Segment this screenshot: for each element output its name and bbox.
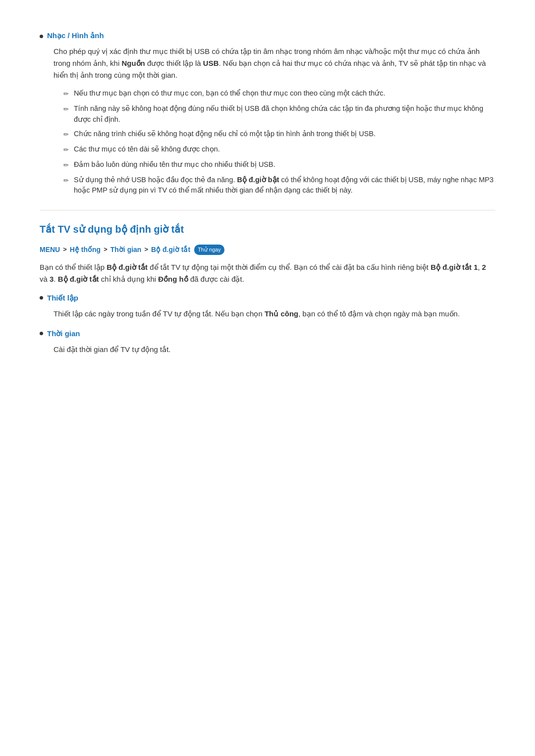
note-text-1: Nếu thư mục bạn chọn có thư mục con, bạn… bbox=[74, 88, 495, 99]
breadcrumb-thoi-gian: Thời gian bbox=[110, 244, 142, 255]
breadcrumb-menu: MENU bbox=[40, 244, 60, 255]
pencil-icon-2: ✏ bbox=[63, 104, 69, 115]
breadcrumb: MENU > Hệ thống > Thời gian > Bộ đ.giờ t… bbox=[40, 244, 495, 255]
note-item-2: ✏ Tính năng này sẽ không hoạt động đúng … bbox=[63, 103, 495, 125]
note-text-5: Đảm bảo luôn dùng nhiều tên thư mục cho … bbox=[74, 159, 495, 170]
thoi-gian-title: Thời gian bbox=[47, 328, 80, 340]
thoi-gian-header: Thời gian bbox=[40, 328, 495, 340]
note-text-2: Tính năng này sẽ không hoạt động đúng nế… bbox=[74, 103, 495, 125]
thoi-gian-dot bbox=[40, 332, 43, 335]
sub-bullet-thiet-lap: Thiết lập Thiết lập các ngày trong tuần … bbox=[40, 292, 495, 320]
nhac-note-list: ✏ Nếu thư mục bạn chọn có thư mục con, b… bbox=[63, 88, 495, 196]
thoi-gian-body: Cài đặt thời gian để TV tự động tắt. bbox=[54, 344, 495, 355]
breadcrumb-badge: Thử ngay bbox=[194, 245, 224, 255]
note-item-3: ✏ Chức năng trình chiếu sẽ không hoạt độ… bbox=[63, 129, 495, 140]
section-nhac-hinh-anh: Nhạc / Hình ảnh Cho phép quý vị xác định… bbox=[40, 30, 495, 196]
note-text-4: Các thư mục có tên dài sẽ không được chọ… bbox=[74, 144, 495, 155]
note-item-1: ✏ Nếu thư mục bạn chọn có thư mục con, b… bbox=[63, 88, 495, 100]
pencil-icon-3: ✏ bbox=[63, 130, 69, 140]
note-text-6: Sử dụng thẻ nhớ USB hoặc đầu đọc thẻ đa … bbox=[74, 175, 495, 197]
nhac-hinh-anh-body: Cho phép quý vị xác định thư mục thiết b… bbox=[54, 46, 495, 196]
pencil-icon-6: ✏ bbox=[63, 176, 69, 186]
tat-tv-title: Tắt TV sử dụng bộ định giờ tắt bbox=[40, 221, 495, 237]
section-divider bbox=[40, 210, 495, 210]
pencil-icon-1: ✏ bbox=[63, 89, 69, 100]
breadcrumb-he-thong: Hệ thống bbox=[70, 244, 101, 255]
note-text-3: Chức năng trình chiếu sẽ không hoạt động… bbox=[74, 129, 495, 140]
pencil-icon-4: ✏ bbox=[63, 145, 69, 155]
section-tat-tv: Tắt TV sử dụng bộ định giờ tắt MENU > Hệ… bbox=[40, 221, 495, 355]
thiet-lap-dot bbox=[40, 296, 43, 300]
breadcrumb-sep-1: > bbox=[63, 245, 67, 255]
thiet-lap-header: Thiết lập bbox=[40, 292, 495, 304]
sub-bullet-thoi-gian: Thời gian Cài đặt thời gian để TV tự độn… bbox=[40, 328, 495, 355]
thiet-lap-title: Thiết lập bbox=[47, 292, 78, 304]
nhac-hinh-anh-description: Cho phép quý vị xác định thư mục thiết b… bbox=[54, 46, 495, 81]
bullet-dot bbox=[40, 35, 43, 38]
note-item-5: ✏ Đảm bảo luôn dùng nhiều tên thư mục ch… bbox=[63, 159, 495, 171]
tat-tv-description: Bạn có thể thiết lập Bộ đ.giờ tắt để tắt… bbox=[40, 261, 495, 285]
breadcrumb-bo-d-gio-tat: Bộ đ.giờ tắt bbox=[151, 244, 190, 255]
note-item-6: ✏ Sử dụng thẻ nhớ USB hoặc đầu đọc thẻ đ… bbox=[63, 175, 495, 197]
pencil-icon-5: ✏ bbox=[63, 160, 69, 171]
breadcrumb-sep-2: > bbox=[104, 245, 107, 255]
thiet-lap-body: Thiết lập các ngày trong tuần để TV tự đ… bbox=[54, 308, 495, 320]
note-item-4: ✏ Các thư mục có tên dài sẽ không được c… bbox=[63, 144, 495, 155]
nhac-hinh-anh-title: Nhạc / Hình ảnh bbox=[47, 30, 104, 42]
breadcrumb-sep-3: > bbox=[144, 245, 148, 255]
nhac-hinh-anh-header: Nhạc / Hình ảnh bbox=[40, 30, 495, 42]
